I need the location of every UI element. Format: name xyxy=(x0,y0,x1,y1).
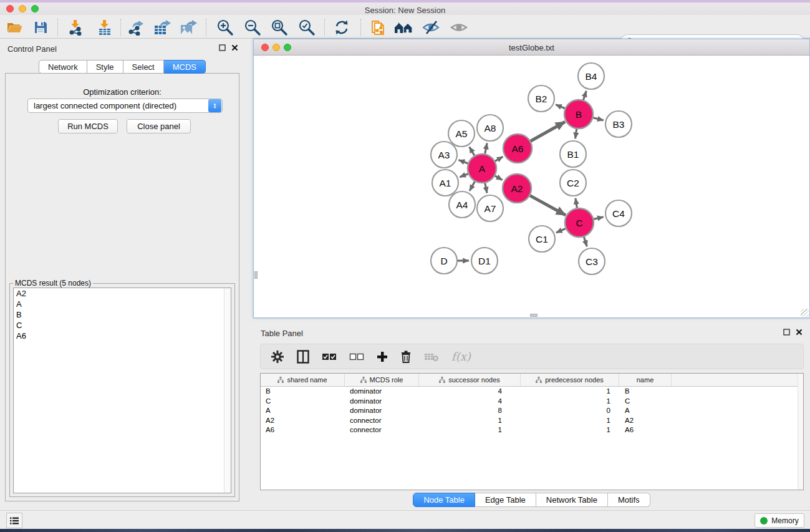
table-row[interactable]: Adominator80A xyxy=(261,406,803,416)
table-row[interactable]: Cdominator41C xyxy=(261,397,803,407)
cell-successor-nodes[interactable]: 4 xyxy=(419,397,521,407)
cell-predecessor-nodes[interactable]: 1 xyxy=(521,425,619,435)
cell-name[interactable]: A xyxy=(619,406,672,416)
column-header-mcds-role[interactable]: MCDS role xyxy=(345,374,419,386)
select-all-columns-icon[interactable] xyxy=(322,353,337,360)
tab-node-table[interactable]: Node Table xyxy=(413,493,475,507)
graph-edge-A-A4[interactable] xyxy=(470,181,475,191)
graph-edge-A2-C[interactable] xyxy=(530,196,566,215)
tab-style[interactable]: Style xyxy=(87,60,123,74)
column-header-predecessor-nodes[interactable]: predecessor nodes xyxy=(521,374,619,386)
cell-name[interactable]: C xyxy=(619,397,672,407)
create-new-column-icon[interactable] xyxy=(377,351,388,362)
cell-shared-name[interactable]: C xyxy=(261,397,345,407)
float-panel-icon[interactable] xyxy=(219,44,226,51)
close-table-panel-icon[interactable] xyxy=(796,329,803,336)
graph-edge-A-A7[interactable] xyxy=(485,183,487,193)
canvas-horizontal-scrollbar-thumb[interactable] xyxy=(530,314,538,317)
zoom-selected-icon[interactable] xyxy=(296,18,317,37)
graph-edge-B-B2[interactable] xyxy=(556,105,565,109)
show-all-eye-icon[interactable] xyxy=(448,18,470,37)
window-resize-grip[interactable] xyxy=(801,309,809,317)
save-session-icon[interactable] xyxy=(30,18,51,37)
graph-edge-A-A3[interactable] xyxy=(459,160,468,163)
graph-edge-B-B4[interactable] xyxy=(584,91,587,100)
column-header-shared-name[interactable]: shared name xyxy=(261,374,345,386)
column-header-successor-nodes[interactable]: successor nodes xyxy=(419,374,521,386)
table-row[interactable]: A6connector11A6 xyxy=(261,425,803,435)
zoom-fit-icon[interactable] xyxy=(269,18,290,37)
column-header-name[interactable]: name xyxy=(619,374,672,386)
show-panel-list-button[interactable] xyxy=(6,513,22,528)
cell-shared-name[interactable]: B xyxy=(261,387,345,397)
cell-successor-nodes[interactable]: 1 xyxy=(419,425,521,435)
mcds-result-list[interactable]: A2ABCA6 xyxy=(13,288,231,493)
deselect-all-columns-icon[interactable] xyxy=(349,353,364,360)
cell-shared-name[interactable]: A6 xyxy=(261,425,345,435)
table-row[interactable]: A2connector11A2 xyxy=(261,416,803,426)
network-canvas[interactable]: B4B2BB3A5A8A6A3B1AC2A1A2A4A7CC4C1C3DD1 xyxy=(254,56,809,317)
graph-edge-C-C4[interactable] xyxy=(594,217,603,220)
graph-edge-A-A5[interactable] xyxy=(470,147,475,156)
mcds-result-item[interactable]: A2 xyxy=(14,288,231,299)
graph-edge-C-C1[interactable] xyxy=(556,229,566,233)
table-options-gear-icon[interactable] xyxy=(271,350,284,364)
cell-predecessor-nodes[interactable]: 1 xyxy=(521,416,619,426)
canvas-vertical-scrollbar-thumb[interactable] xyxy=(254,271,258,279)
tab-edge-table[interactable]: Edge Table xyxy=(475,493,536,507)
cell-mcds-role[interactable]: connector xyxy=(345,416,419,426)
graph-edge-A-A6[interactable] xyxy=(495,157,503,161)
tab-select[interactable]: Select xyxy=(123,60,164,74)
cell-shared-name[interactable]: A2 xyxy=(261,416,345,426)
cell-mcds-role[interactable]: dominator xyxy=(345,397,419,407)
cell-name[interactable]: A2 xyxy=(619,416,672,426)
cell-name[interactable]: A6 xyxy=(619,425,672,435)
export-network-icon[interactable] xyxy=(125,18,147,37)
memory-button[interactable]: Memory xyxy=(755,513,804,528)
hide-selected-eye-icon[interactable] xyxy=(420,18,441,37)
open-session-icon[interactable] xyxy=(4,18,25,37)
cell-successor-nodes[interactable]: 8 xyxy=(419,406,521,416)
cell-mcds-role[interactable]: dominator xyxy=(345,387,419,397)
zoom-in-icon[interactable] xyxy=(215,18,236,37)
mcds-result-item[interactable]: A6 xyxy=(14,331,231,341)
cell-shared-name[interactable]: A xyxy=(261,406,345,416)
cell-name[interactable]: B xyxy=(619,387,672,397)
first-neighbors-icon[interactable] xyxy=(393,18,414,37)
cell-successor-nodes[interactable]: 1 xyxy=(419,416,521,426)
tab-motifs[interactable]: Motifs xyxy=(608,493,650,507)
refresh-network-icon[interactable] xyxy=(331,18,352,37)
show-columns-icon[interactable] xyxy=(297,350,309,364)
cell-mcds-role[interactable]: dominator xyxy=(345,406,419,416)
import-table-icon[interactable] xyxy=(94,18,115,37)
close-panel-button[interactable]: Close panel xyxy=(127,119,191,133)
network-window-titlebar[interactable]: testGlobe.txt xyxy=(254,39,809,56)
zoom-out-icon[interactable] xyxy=(242,18,263,37)
cell-mcds-role[interactable]: connector xyxy=(345,425,419,435)
graph-edge-C-C3[interactable] xyxy=(584,237,587,246)
graph-edge-A-A1[interactable] xyxy=(460,174,468,177)
mcds-result-item[interactable]: A xyxy=(14,299,231,309)
graph-edge-A6-B[interactable] xyxy=(531,122,565,141)
graph-edge-B-B3[interactable] xyxy=(593,118,603,120)
node-table[interactable]: shared nameMCDS rolesuccessor nodesprede… xyxy=(260,373,804,490)
graph-edge-A-A8[interactable] xyxy=(485,143,487,154)
scrollbar-track[interactable] xyxy=(224,288,231,493)
import-network-icon[interactable] xyxy=(65,18,86,37)
new-network-from-selection-icon[interactable] xyxy=(368,18,389,37)
criterion-dropdown[interactable]: largest connected component (directed) ▲… xyxy=(27,99,223,113)
cell-predecessor-nodes[interactable]: 1 xyxy=(521,387,619,397)
run-mcds-button[interactable]: Run MCDS xyxy=(58,119,118,133)
mcds-result-item[interactable]: B xyxy=(14,309,231,320)
cell-predecessor-nodes[interactable]: 1 xyxy=(521,397,619,407)
tab-network-table[interactable]: Network Table xyxy=(536,493,608,507)
delete-columns-trash-icon[interactable] xyxy=(400,350,412,363)
export-table-icon[interactable] xyxy=(152,18,173,37)
cell-predecessor-nodes[interactable]: 0 xyxy=(521,406,619,416)
tab-network[interactable]: Network xyxy=(39,60,87,74)
tab-mcds[interactable]: MCDS xyxy=(164,60,206,74)
table-scrollbar-track[interactable] xyxy=(798,374,803,490)
cell-successor-nodes[interactable]: 4 xyxy=(419,387,521,397)
export-image-icon[interactable] xyxy=(178,18,200,37)
graph-edge-C-C2[interactable] xyxy=(576,198,577,208)
